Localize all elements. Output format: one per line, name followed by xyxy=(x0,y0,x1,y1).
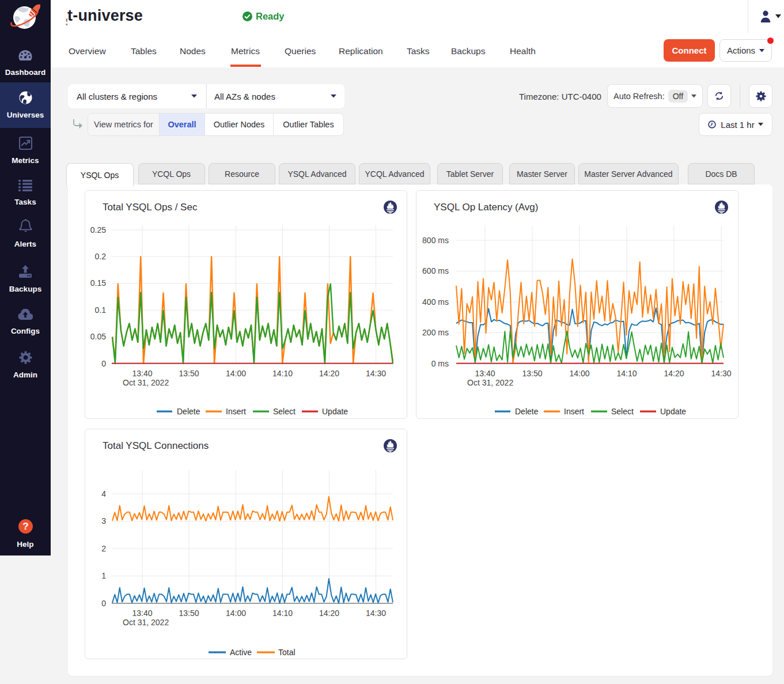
svg-text:13:40: 13:40 xyxy=(475,369,495,378)
svg-text:0.25: 0.25 xyxy=(90,225,106,235)
svg-text:0.15: 0.15 xyxy=(90,278,106,288)
svg-text:14:30: 14:30 xyxy=(366,369,386,378)
svg-text:200 ms: 200 ms xyxy=(422,328,449,337)
svg-text:0.1: 0.1 xyxy=(95,305,107,315)
svg-text:Delete: Delete xyxy=(177,407,200,416)
svg-text:0.05: 0.05 xyxy=(90,332,106,341)
svg-text:Delete: Delete xyxy=(515,407,539,416)
svg-text:800 ms: 800 ms xyxy=(422,236,449,245)
svg-text:13:40: 13:40 xyxy=(132,369,152,378)
svg-text:600 ms: 600 ms xyxy=(422,266,449,275)
svg-text:13:40: 13:40 xyxy=(132,609,152,618)
svg-text:Oct 31, 2022: Oct 31, 2022 xyxy=(123,618,169,627)
svg-text:400 ms: 400 ms xyxy=(422,297,449,307)
svg-text:0 ms: 0 ms xyxy=(431,359,449,368)
svg-text:0: 0 xyxy=(101,359,106,368)
svg-text:Oct 31, 2022: Oct 31, 2022 xyxy=(123,378,169,387)
svg-text:14:30: 14:30 xyxy=(711,369,731,378)
svg-text:14:10: 14:10 xyxy=(272,369,293,378)
svg-text:Total: Total xyxy=(278,648,296,657)
svg-text:?: ? xyxy=(22,521,28,532)
svg-text:1: 1 xyxy=(101,571,106,580)
svg-text:4: 4 xyxy=(101,489,106,498)
svg-text:Oct 31, 2022: Oct 31, 2022 xyxy=(467,378,513,387)
svg-text:Update: Update xyxy=(660,407,686,416)
svg-text:2: 2 xyxy=(101,544,106,553)
svg-text:14:30: 14:30 xyxy=(366,609,386,618)
svg-text:13:50: 13:50 xyxy=(522,369,542,378)
svg-text:0: 0 xyxy=(101,599,106,608)
svg-text:14:00: 14:00 xyxy=(226,609,246,618)
svg-text:13:50: 13:50 xyxy=(179,609,199,618)
svg-text:14:20: 14:20 xyxy=(319,609,339,618)
svg-text:14:00: 14:00 xyxy=(569,369,589,378)
svg-text:Select: Select xyxy=(611,407,634,416)
svg-text:13:50: 13:50 xyxy=(179,369,199,378)
svg-text:14:10: 14:10 xyxy=(616,369,637,378)
svg-text:14:10: 14:10 xyxy=(272,609,293,618)
svg-text:14:20: 14:20 xyxy=(319,369,339,378)
svg-text:0.2: 0.2 xyxy=(95,252,107,261)
svg-text:3: 3 xyxy=(101,516,106,526)
svg-text:Select: Select xyxy=(273,407,296,416)
svg-text:Insert: Insert xyxy=(564,407,584,416)
svg-text:Insert: Insert xyxy=(226,407,246,416)
svg-text:Update: Update xyxy=(322,407,348,416)
svg-text:14:20: 14:20 xyxy=(664,369,684,378)
svg-text:14:00: 14:00 xyxy=(226,369,246,378)
svg-text:Active: Active xyxy=(230,648,252,657)
